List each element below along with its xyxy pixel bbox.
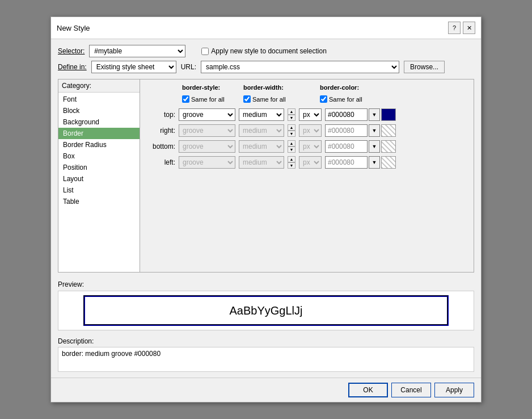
group-headers: border-style: border-width: border-color… bbox=[182, 84, 467, 91]
color-header: border-color: bbox=[320, 84, 394, 91]
ok-button[interactable]: OK bbox=[348, 383, 388, 397]
preview-box: AaBbYyGgLlJj bbox=[58, 291, 474, 330]
url-select[interactable]: sample.css bbox=[201, 61, 399, 73]
description-label: Description: bbox=[58, 337, 474, 345]
bottom-width-select[interactable]: medium bbox=[239, 140, 284, 153]
border-row-right: right: groove medium ▲ ▼ px bbox=[147, 124, 467, 137]
width-header: border-width: bbox=[243, 84, 320, 91]
top-color-dropdown[interactable]: ▼ bbox=[369, 108, 380, 121]
category-list[interactable]: List bbox=[58, 185, 140, 196]
category-layout[interactable]: Layout bbox=[58, 173, 140, 185]
sfa-style: Same for all bbox=[182, 95, 243, 103]
sfa-width-label: Same for all bbox=[252, 96, 286, 103]
category-table[interactable]: Table bbox=[58, 196, 140, 207]
apply-checkbox-row: Apply new style to document selection bbox=[201, 47, 326, 55]
define-row: Define in: Existing style sheet URL: sam… bbox=[58, 61, 474, 73]
category-border-radius[interactable]: Border Radius bbox=[58, 139, 140, 150]
help-button[interactable]: ? bbox=[448, 22, 461, 34]
apply-button[interactable]: Apply bbox=[434, 383, 474, 397]
bottom-color-input[interactable] bbox=[325, 140, 368, 153]
bottom-spinner: ▲ ▼ bbox=[288, 140, 295, 153]
apply-checkbox[interactable] bbox=[201, 48, 209, 55]
bottom-spin-down[interactable]: ▼ bbox=[288, 146, 295, 153]
top-width-select[interactable]: mediumthinthick bbox=[239, 108, 284, 121]
url-label: URL: bbox=[181, 63, 196, 71]
right-width-select[interactable]: medium bbox=[239, 124, 284, 137]
title-bar: New Style ? ✕ bbox=[51, 17, 481, 39]
left-style-select[interactable]: groove bbox=[179, 156, 235, 169]
bottom-spin-up[interactable]: ▲ bbox=[288, 140, 295, 146]
dialog-footer: OK Cancel Apply bbox=[51, 378, 481, 402]
border-row-bottom: bottom: groove medium ▲ ▼ px bbox=[147, 140, 467, 153]
right-color-swatch bbox=[381, 124, 396, 137]
content-panel: border-style: border-width: border-color… bbox=[140, 79, 474, 273]
right-color-dropdown[interactable]: ▼ bbox=[369, 124, 380, 137]
left-spinner: ▲ ▼ bbox=[288, 156, 295, 169]
right-spin-down[interactable]: ▼ bbox=[288, 131, 295, 137]
selector-row: Selector: #mytable Apply new style to do… bbox=[58, 45, 474, 57]
sfa-color-checkbox[interactable] bbox=[320, 95, 327, 103]
sfa-width-checkbox[interactable] bbox=[243, 95, 251, 103]
preview-inner: AaBbYyGgLlJj bbox=[83, 295, 449, 326]
left-color-group: ▼ bbox=[325, 156, 396, 169]
sfa-width: Same for all bbox=[243, 95, 320, 103]
selector-label: Selector: bbox=[58, 47, 85, 55]
top-spin-down[interactable]: ▼ bbox=[288, 115, 295, 121]
bottom-color-dropdown[interactable]: ▼ bbox=[369, 140, 380, 153]
top-color-input[interactable] bbox=[325, 108, 368, 121]
cancel-button[interactable]: Cancel bbox=[391, 383, 431, 397]
close-button[interactable]: ✕ bbox=[463, 22, 475, 34]
border-section: border-style: border-width: border-color… bbox=[147, 84, 467, 169]
top-px-select[interactable]: pxemrem bbox=[299, 108, 322, 121]
sfa-color: Same for all bbox=[320, 95, 394, 103]
sfa-color-label: Same for all bbox=[329, 96, 362, 103]
right-color-group: ▼ bbox=[325, 124, 396, 137]
category-position[interactable]: Position bbox=[58, 162, 140, 173]
left-px-select[interactable]: px bbox=[299, 156, 322, 169]
description-section: Description: border: medium groove #0000… bbox=[58, 337, 474, 372]
left-color-swatch bbox=[381, 156, 396, 169]
dialog-title: New Style bbox=[57, 24, 90, 32]
right-label: right: bbox=[147, 127, 175, 135]
preview-section: Preview: AaBbYyGgLlJj bbox=[58, 280, 474, 330]
right-color-input[interactable] bbox=[325, 124, 368, 137]
bottom-px-select[interactable]: px bbox=[299, 140, 322, 153]
left-spin-down[interactable]: ▼ bbox=[288, 162, 295, 169]
right-style-select[interactable]: groove bbox=[179, 124, 235, 137]
category-border[interactable]: Border bbox=[58, 128, 140, 139]
category-background[interactable]: Background bbox=[58, 116, 140, 128]
left-label: left: bbox=[147, 158, 175, 166]
right-spinner: ▲ ▼ bbox=[288, 124, 295, 137]
left-spin-up[interactable]: ▲ bbox=[288, 156, 295, 162]
category-block[interactable]: Block bbox=[58, 105, 140, 116]
left-color-input[interactable] bbox=[325, 156, 368, 169]
top-spin-up[interactable]: ▲ bbox=[288, 108, 295, 115]
category-list: Font Block Background Border Border Radi… bbox=[58, 93, 140, 208]
top-style-select[interactable]: groovenonesoliddasheddotteddouble bbox=[179, 108, 235, 121]
bottom-color-swatch bbox=[381, 140, 396, 153]
border-row-top: top: groovenonesoliddasheddotteddouble m… bbox=[147, 108, 467, 121]
bottom-color-group: ▼ bbox=[325, 140, 396, 153]
description-box: border: medium groove #000080 bbox=[58, 347, 474, 372]
browse-button[interactable]: Browse... bbox=[404, 61, 445, 73]
top-color-group: ▼ bbox=[325, 108, 396, 121]
category-font[interactable]: Font bbox=[58, 94, 140, 105]
bottom-style-select[interactable]: groove bbox=[179, 140, 235, 153]
sfa-style-checkbox[interactable] bbox=[182, 95, 189, 103]
left-color-dropdown[interactable]: ▼ bbox=[369, 156, 380, 169]
top-label: top: bbox=[147, 111, 175, 119]
selector-select[interactable]: #mytable bbox=[89, 45, 185, 57]
preview-label: Preview: bbox=[58, 280, 474, 288]
new-style-dialog: New Style ? ✕ Selector: #mytable Apply n… bbox=[50, 16, 482, 403]
top-color-swatch bbox=[381, 108, 396, 121]
main-area: Category: Font Block Background Border B… bbox=[58, 79, 474, 273]
left-width-select[interactable]: medium bbox=[239, 156, 284, 169]
title-bar-controls: ? ✕ bbox=[448, 22, 475, 34]
category-box[interactable]: Box bbox=[58, 150, 140, 162]
right-px-select[interactable]: px bbox=[299, 124, 322, 137]
border-row-left: left: groove medium ▲ ▼ px bbox=[147, 156, 467, 169]
define-label: Define in: bbox=[58, 63, 87, 71]
define-select[interactable]: Existing style sheet bbox=[91, 61, 176, 73]
sfa-style-label: Same for all bbox=[191, 96, 225, 103]
right-spin-up[interactable]: ▲ bbox=[288, 124, 295, 131]
